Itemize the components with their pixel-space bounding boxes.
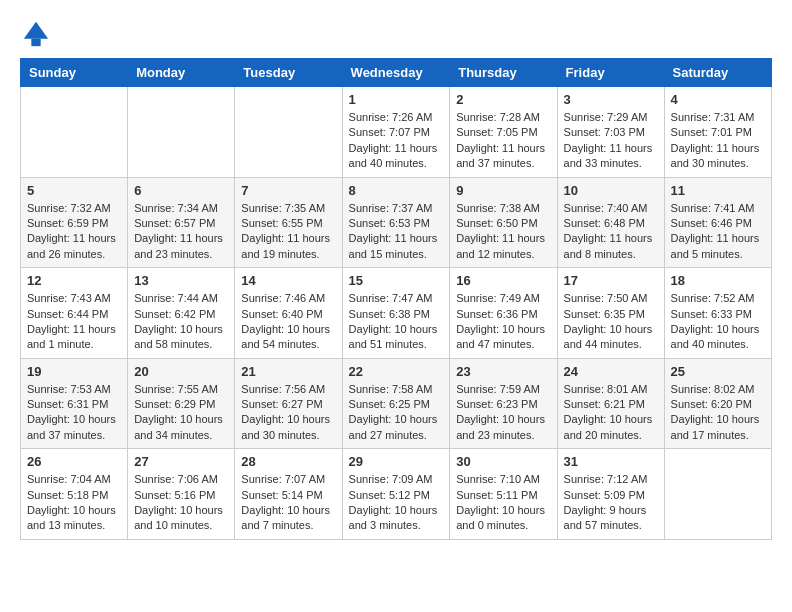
day-number: 31 (564, 454, 658, 469)
calendar-week-row: 5 Sunrise: 7:32 AMSunset: 6:59 PMDayligh… (21, 177, 772, 268)
day-info: Sunrise: 7:31 AMSunset: 7:01 PMDaylight:… (671, 110, 765, 172)
day-number: 14 (241, 273, 335, 288)
page-header (20, 20, 772, 48)
weekday-header-saturday: Saturday (664, 59, 771, 87)
calendar-week-row: 12 Sunrise: 7:43 AMSunset: 6:44 PMDaylig… (21, 268, 772, 359)
weekday-header-monday: Monday (128, 59, 235, 87)
day-info: Sunrise: 7:06 AMSunset: 5:16 PMDaylight:… (134, 472, 228, 534)
calendar-cell: 22 Sunrise: 7:58 AMSunset: 6:25 PMDaylig… (342, 358, 450, 449)
calendar-cell: 11 Sunrise: 7:41 AMSunset: 6:46 PMDaylig… (664, 177, 771, 268)
day-number: 15 (349, 273, 444, 288)
calendar-week-row: 26 Sunrise: 7:04 AMSunset: 5:18 PMDaylig… (21, 449, 772, 540)
calendar-cell: 12 Sunrise: 7:43 AMSunset: 6:44 PMDaylig… (21, 268, 128, 359)
calendar-cell (664, 449, 771, 540)
day-number: 9 (456, 183, 550, 198)
day-info: Sunrise: 7:40 AMSunset: 6:48 PMDaylight:… (564, 201, 658, 263)
calendar-cell: 5 Sunrise: 7:32 AMSunset: 6:59 PMDayligh… (21, 177, 128, 268)
day-info: Sunrise: 7:07 AMSunset: 5:14 PMDaylight:… (241, 472, 335, 534)
calendar-cell: 21 Sunrise: 7:56 AMSunset: 6:27 PMDaylig… (235, 358, 342, 449)
day-info: Sunrise: 7:50 AMSunset: 6:35 PMDaylight:… (564, 291, 658, 353)
calendar-cell: 4 Sunrise: 7:31 AMSunset: 7:01 PMDayligh… (664, 87, 771, 178)
calendar-cell: 8 Sunrise: 7:37 AMSunset: 6:53 PMDayligh… (342, 177, 450, 268)
calendar-cell: 25 Sunrise: 8:02 AMSunset: 6:20 PMDaylig… (664, 358, 771, 449)
day-number: 28 (241, 454, 335, 469)
calendar-cell: 26 Sunrise: 7:04 AMSunset: 5:18 PMDaylig… (21, 449, 128, 540)
day-number: 2 (456, 92, 550, 107)
calendar-cell: 14 Sunrise: 7:46 AMSunset: 6:40 PMDaylig… (235, 268, 342, 359)
day-number: 26 (27, 454, 121, 469)
svg-marker-0 (24, 22, 48, 39)
calendar-cell: 19 Sunrise: 7:53 AMSunset: 6:31 PMDaylig… (21, 358, 128, 449)
weekday-header-thursday: Thursday (450, 59, 557, 87)
day-info: Sunrise: 8:02 AMSunset: 6:20 PMDaylight:… (671, 382, 765, 444)
day-info: Sunrise: 7:53 AMSunset: 6:31 PMDaylight:… (27, 382, 121, 444)
calendar-cell: 16 Sunrise: 7:49 AMSunset: 6:36 PMDaylig… (450, 268, 557, 359)
calendar-week-row: 19 Sunrise: 7:53 AMSunset: 6:31 PMDaylig… (21, 358, 772, 449)
day-number: 5 (27, 183, 121, 198)
calendar-cell: 10 Sunrise: 7:40 AMSunset: 6:48 PMDaylig… (557, 177, 664, 268)
day-number: 11 (671, 183, 765, 198)
day-number: 18 (671, 273, 765, 288)
day-info: Sunrise: 7:47 AMSunset: 6:38 PMDaylight:… (349, 291, 444, 353)
day-info: Sunrise: 7:55 AMSunset: 6:29 PMDaylight:… (134, 382, 228, 444)
day-info: Sunrise: 7:32 AMSunset: 6:59 PMDaylight:… (27, 201, 121, 263)
day-number: 1 (349, 92, 444, 107)
day-number: 3 (564, 92, 658, 107)
calendar-cell: 13 Sunrise: 7:44 AMSunset: 6:42 PMDaylig… (128, 268, 235, 359)
calendar-cell: 24 Sunrise: 8:01 AMSunset: 6:21 PMDaylig… (557, 358, 664, 449)
calendar-table: SundayMondayTuesdayWednesdayThursdayFrid… (20, 58, 772, 540)
day-number: 20 (134, 364, 228, 379)
calendar-cell: 30 Sunrise: 7:10 AMSunset: 5:11 PMDaylig… (450, 449, 557, 540)
day-info: Sunrise: 7:04 AMSunset: 5:18 PMDaylight:… (27, 472, 121, 534)
day-number: 10 (564, 183, 658, 198)
calendar-cell: 17 Sunrise: 7:50 AMSunset: 6:35 PMDaylig… (557, 268, 664, 359)
day-number: 16 (456, 273, 550, 288)
day-number: 29 (349, 454, 444, 469)
day-info: Sunrise: 7:58 AMSunset: 6:25 PMDaylight:… (349, 382, 444, 444)
calendar-cell: 23 Sunrise: 7:59 AMSunset: 6:23 PMDaylig… (450, 358, 557, 449)
calendar-cell: 2 Sunrise: 7:28 AMSunset: 7:05 PMDayligh… (450, 87, 557, 178)
calendar-cell: 29 Sunrise: 7:09 AMSunset: 5:12 PMDaylig… (342, 449, 450, 540)
day-info: Sunrise: 7:43 AMSunset: 6:44 PMDaylight:… (27, 291, 121, 353)
logo (20, 20, 50, 48)
day-info: Sunrise: 7:56 AMSunset: 6:27 PMDaylight:… (241, 382, 335, 444)
day-number: 17 (564, 273, 658, 288)
day-number: 30 (456, 454, 550, 469)
calendar-week-row: 1 Sunrise: 7:26 AMSunset: 7:07 PMDayligh… (21, 87, 772, 178)
calendar-cell: 3 Sunrise: 7:29 AMSunset: 7:03 PMDayligh… (557, 87, 664, 178)
calendar-cell: 9 Sunrise: 7:38 AMSunset: 6:50 PMDayligh… (450, 177, 557, 268)
calendar-cell: 18 Sunrise: 7:52 AMSunset: 6:33 PMDaylig… (664, 268, 771, 359)
calendar-cell: 27 Sunrise: 7:06 AMSunset: 5:16 PMDaylig… (128, 449, 235, 540)
day-info: Sunrise: 7:37 AMSunset: 6:53 PMDaylight:… (349, 201, 444, 263)
calendar-cell: 6 Sunrise: 7:34 AMSunset: 6:57 PMDayligh… (128, 177, 235, 268)
day-number: 19 (27, 364, 121, 379)
calendar-header-row: SundayMondayTuesdayWednesdayThursdayFrid… (21, 59, 772, 87)
day-number: 4 (671, 92, 765, 107)
day-number: 22 (349, 364, 444, 379)
day-number: 13 (134, 273, 228, 288)
svg-rect-1 (31, 39, 40, 46)
day-info: Sunrise: 7:35 AMSunset: 6:55 PMDaylight:… (241, 201, 335, 263)
calendar-cell: 31 Sunrise: 7:12 AMSunset: 5:09 PMDaylig… (557, 449, 664, 540)
calendar-cell: 7 Sunrise: 7:35 AMSunset: 6:55 PMDayligh… (235, 177, 342, 268)
day-info: Sunrise: 7:59 AMSunset: 6:23 PMDaylight:… (456, 382, 550, 444)
calendar-cell (21, 87, 128, 178)
weekday-header-wednesday: Wednesday (342, 59, 450, 87)
day-info: Sunrise: 7:34 AMSunset: 6:57 PMDaylight:… (134, 201, 228, 263)
day-number: 23 (456, 364, 550, 379)
day-number: 25 (671, 364, 765, 379)
day-info: Sunrise: 7:09 AMSunset: 5:12 PMDaylight:… (349, 472, 444, 534)
day-number: 24 (564, 364, 658, 379)
day-info: Sunrise: 8:01 AMSunset: 6:21 PMDaylight:… (564, 382, 658, 444)
weekday-header-sunday: Sunday (21, 59, 128, 87)
day-info: Sunrise: 7:52 AMSunset: 6:33 PMDaylight:… (671, 291, 765, 353)
calendar-cell: 28 Sunrise: 7:07 AMSunset: 5:14 PMDaylig… (235, 449, 342, 540)
logo-icon (22, 20, 50, 48)
calendar-cell: 20 Sunrise: 7:55 AMSunset: 6:29 PMDaylig… (128, 358, 235, 449)
day-info: Sunrise: 7:26 AMSunset: 7:07 PMDaylight:… (349, 110, 444, 172)
calendar-cell: 15 Sunrise: 7:47 AMSunset: 6:38 PMDaylig… (342, 268, 450, 359)
day-info: Sunrise: 7:12 AMSunset: 5:09 PMDaylight:… (564, 472, 658, 534)
day-info: Sunrise: 7:10 AMSunset: 5:11 PMDaylight:… (456, 472, 550, 534)
day-info: Sunrise: 7:41 AMSunset: 6:46 PMDaylight:… (671, 201, 765, 263)
day-info: Sunrise: 7:44 AMSunset: 6:42 PMDaylight:… (134, 291, 228, 353)
